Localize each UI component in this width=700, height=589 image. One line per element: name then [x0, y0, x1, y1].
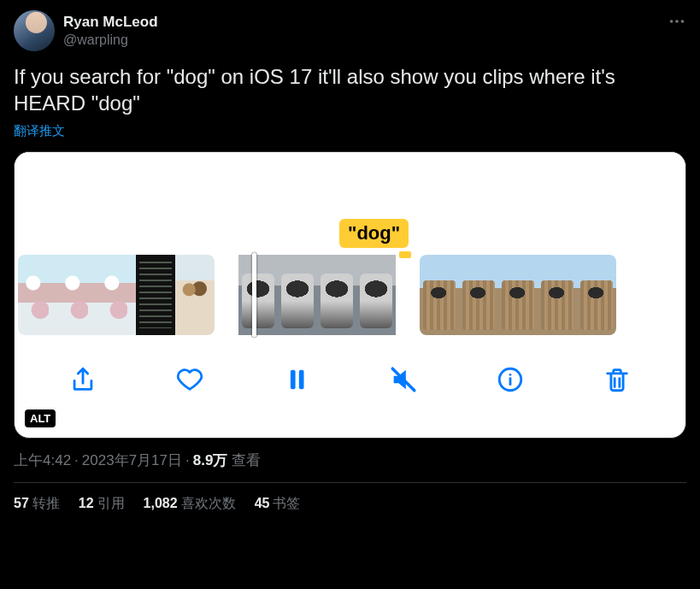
share-icon — [68, 365, 97, 394]
info-button[interactable] — [491, 361, 529, 398]
svg-point-8 — [509, 374, 511, 376]
thumbnail — [57, 255, 97, 335]
thumbnail — [538, 255, 577, 335]
avatar[interactable] — [14, 10, 55, 51]
video-timeline[interactable] — [15, 255, 685, 335]
like-button[interactable] — [171, 361, 209, 398]
svg-point-0 — [670, 20, 674, 23]
more-icon — [668, 12, 686, 31]
svg-point-2 — [681, 20, 685, 23]
mute-button[interactable] — [385, 361, 422, 398]
tweet-time[interactable]: 上午4:42 — [14, 452, 71, 468]
trash-icon — [603, 365, 632, 394]
thumbnail — [136, 255, 175, 335]
heart-icon — [175, 365, 204, 394]
likes-label: 喜欢次数 — [181, 496, 236, 510]
author-display-name[interactable]: Ryan McLeod — [63, 13, 158, 31]
pause-button[interactable] — [278, 361, 315, 398]
views-count[interactable]: 8.9万 — [193, 452, 228, 468]
clip-group-2-active[interactable] — [238, 255, 396, 335]
clip-group-3[interactable] — [420, 255, 616, 335]
thumbnail — [18, 255, 57, 335]
tweet-container: Ryan McLeod @warpling If you search for … — [0, 0, 700, 528]
thumbnail — [175, 255, 215, 335]
tweet-stats: 57转推 12引用 1,082喜欢次数 45书签 — [14, 483, 686, 518]
quotes-count: 12 — [79, 496, 94, 510]
retweets-label: 转推 — [32, 496, 60, 510]
thumbnail — [278, 255, 317, 335]
retweets-count: 57 — [14, 496, 29, 510]
views-label: 查看 — [232, 452, 261, 468]
likes-stat[interactable]: 1,082喜欢次数 — [144, 495, 236, 513]
thumbnail — [97, 255, 136, 335]
quotes-label: 引用 — [97, 496, 125, 510]
author-names: Ryan McLeod @warpling — [63, 13, 158, 48]
thumbnail — [498, 255, 538, 335]
thumbnail — [459, 255, 498, 335]
thumbnail — [577, 255, 616, 335]
tweet-text: If you search for "dog" on iOS 17 it'll … — [14, 63, 686, 116]
author-block[interactable]: Ryan McLeod @warpling — [14, 10, 158, 51]
svg-rect-4 — [299, 370, 304, 390]
alt-badge[interactable]: ALT — [25, 409, 56, 427]
likes-count: 1,082 — [144, 496, 178, 510]
more-button[interactable] — [668, 10, 686, 34]
tweet-meta: 上午4:42·2023年7月17日·8.9万 查看 — [14, 451, 686, 470]
tweet-header: Ryan McLeod @warpling — [14, 10, 686, 51]
bookmarks-label: 书签 — [273, 496, 300, 510]
retweets-stat[interactable]: 57转推 — [14, 495, 60, 513]
caption-tick — [399, 251, 411, 258]
caption-bubble: "dog" — [339, 219, 409, 248]
bookmarks-stat[interactable]: 45书签 — [255, 495, 301, 513]
mute-icon — [389, 365, 418, 394]
delete-button[interactable] — [598, 361, 636, 398]
quotes-stat[interactable]: 12引用 — [79, 495, 125, 513]
media-top-area: "dog" — [15, 152, 685, 255]
bookmarks-count: 45 — [255, 496, 270, 510]
pause-icon — [282, 365, 311, 394]
media-toolbar — [15, 335, 685, 424]
thumbnail — [238, 255, 278, 335]
media-card[interactable]: "dog" — [14, 151, 686, 439]
translate-link[interactable]: 翻译推文 — [14, 123, 686, 139]
thumbnail — [317, 255, 356, 335]
thumbnail — [356, 255, 396, 335]
info-icon — [496, 365, 525, 394]
clip-group-1[interactable] — [18, 255, 215, 335]
share-button[interactable] — [64, 361, 102, 398]
author-handle[interactable]: @warpling — [63, 32, 158, 49]
thumbnail — [420, 255, 459, 335]
svg-point-1 — [675, 20, 679, 23]
tweet-date[interactable]: 2023年7月17日 — [82, 452, 182, 468]
svg-rect-3 — [291, 370, 296, 390]
